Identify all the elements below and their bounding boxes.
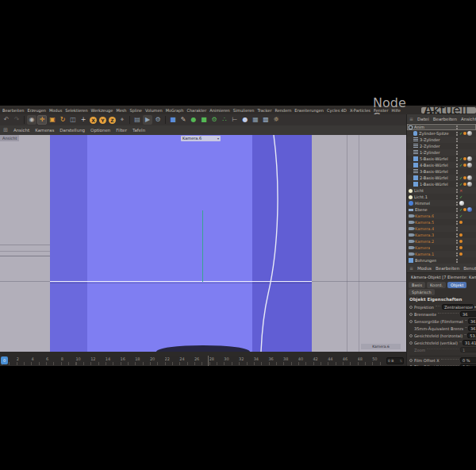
property-value-input[interactable]: 0 % <box>460 364 476 366</box>
keyframe-dot-icon[interactable] <box>463 157 466 160</box>
keyframe-dot-icon[interactable] <box>459 221 463 224</box>
visibility-dots[interactable] <box>456 138 458 142</box>
object-name[interactable]: 5-Basis-Würfel <box>420 156 448 161</box>
menu-item[interactable]: Mesh <box>116 108 126 113</box>
property-value-input[interactable]: 36 <box>460 311 476 317</box>
object-row[interactable]: Ebene ✓ ✕ <box>407 206 476 213</box>
visibility-dots[interactable] <box>456 151 458 155</box>
object-manager-menu-item[interactable]: Bearbeiten <box>433 117 457 121</box>
keyframe-dot-icon[interactable] <box>463 183 466 186</box>
object-name[interactable]: 1-Basis-Würfel <box>420 182 448 187</box>
object-name[interactable]: Licht.1 <box>414 195 428 199</box>
menu-item[interactable]: Modus <box>49 108 62 113</box>
menu-item[interactable]: Animieren <box>209 108 230 113</box>
add-cube-icon[interactable]: ■ <box>168 115 178 125</box>
object-row[interactable]: Kamera.5 ✓ ✕ <box>407 219 476 225</box>
menu-item[interactable]: Erzeugen <box>27 108 46 113</box>
object-name[interactable]: Kamera.6 <box>415 214 434 218</box>
object-row[interactable]: Licht ✓ ✕ <box>407 187 476 194</box>
render-settings-icon[interactable]: ⚙ <box>153 115 163 125</box>
3d-viewport[interactable]: Ansicht Kamera.6 ▾ Kamera.6 <box>0 135 406 352</box>
object-row[interactable]: Kamera.4 ✓ ✕ <box>407 225 476 232</box>
material-thumbnail[interactable] <box>467 175 472 180</box>
object-row[interactable]: Bohrungen ✓ ✕ <box>407 257 476 264</box>
menu-item[interactable]: Erweiterungen <box>294 108 324 113</box>
attribute-tab[interactable]: Koord. <box>427 282 446 288</box>
menu-item[interactable]: Volumen <box>145 108 163 113</box>
object-name[interactable]: Kamera.3 <box>415 233 434 237</box>
grid-icon[interactable]: ▦ <box>251 115 260 125</box>
object-name[interactable]: 3-Basis-Würfel <box>420 169 448 174</box>
object-name[interactable]: Anim <box>414 125 424 129</box>
object-name[interactable]: 4-Basis-Würfel <box>420 163 448 168</box>
viewport-grid-icon[interactable]: ⊞ <box>3 127 8 133</box>
rotate-tool-icon[interactable]: ↻ <box>58 115 67 125</box>
object-name[interactable]: Ebene <box>415 207 428 212</box>
attribute-tab[interactable]: Basis <box>409 282 425 288</box>
object-row[interactable]: 3-Zylinder ✓ ✕ <box>407 137 476 143</box>
live-selection-icon[interactable]: ◉ <box>27 115 36 125</box>
property-value-input[interactable]: 1 <box>460 347 476 352</box>
material-icon[interactable]: ● <box>240 115 250 125</box>
object-row[interactable]: Kamera.2 ✓ ✕ <box>407 238 476 245</box>
preview-range-marker[interactable] <box>208 356 209 366</box>
enabled-check-icon[interactable]: ✓ <box>459 194 463 200</box>
enabled-check-icon[interactable]: ✓ <box>459 162 463 168</box>
render-view-icon[interactable]: ▤ <box>132 115 142 125</box>
anim-dot-icon[interactable] <box>409 334 413 337</box>
viewport-menu-item[interactable]: Ansicht <box>13 128 29 133</box>
object-manager-menu-item[interactable]: Datei <box>417 117 429 121</box>
pen-tool-icon[interactable]: ✎ <box>178 115 188 125</box>
object-name[interactable]: 2-Zylinder <box>420 144 440 148</box>
mograph-icon[interactable]: ∴ <box>220 115 229 125</box>
object-row[interactable]: 4-Basis-Würfel ✓ ✕ <box>407 162 476 168</box>
object-row[interactable]: Zylinder-Spitze ✓ ✕ <box>407 130 476 137</box>
material-thumbnail[interactable] <box>467 182 472 187</box>
object-name[interactable]: Himmel <box>415 201 430 206</box>
material-thumbnail[interactable] <box>467 207 472 212</box>
camera-selector-dropdown[interactable]: Kamera.6 ▾ <box>181 136 221 141</box>
object-row[interactable]: 1-Zylinder ✓ ✕ <box>407 149 476 156</box>
object-name[interactable]: Licht <box>414 188 424 193</box>
property-value-input[interactable]: 36 <box>468 318 476 324</box>
keyframe-dot-icon[interactable] <box>463 208 466 211</box>
visibility-dots[interactable] <box>456 259 458 263</box>
menu-item[interactable]: Werkzeuge <box>91 108 113 113</box>
timeline-ruler[interactable]: 0246810121416182022242628303234363840424… <box>2 356 387 362</box>
viewport-menu-item[interactable]: Darstellung <box>60 128 85 133</box>
material-thumbnail[interactable] <box>467 156 472 161</box>
keyframe-dot-icon[interactable] <box>463 132 466 135</box>
object-row[interactable]: 5-Basis-Würfel ✓ ✕ <box>407 156 476 162</box>
panel-menu-icon[interactable]: ≡ <box>409 116 413 121</box>
frame-stepper-icon[interactable]: ⇅ <box>400 358 402 364</box>
bulb-icon[interactable]: ☼ <box>271 115 281 125</box>
visibility-dots[interactable] <box>456 144 458 148</box>
object-name[interactable]: 3-Zylinder <box>420 137 440 142</box>
viewport-layout-icon[interactable]: ◫ <box>68 115 78 125</box>
object-row[interactable]: 2-Zylinder ✓ ✕ <box>407 143 476 149</box>
object-row[interactable]: 2-Basis-Würfel ✓ ✕ <box>407 175 476 181</box>
menu-item[interactable]: MoGraph <box>166 108 184 113</box>
visibility-dots[interactable] <box>456 227 458 231</box>
menu-item[interactable]: X-Particles <box>350 108 370 113</box>
menu-item[interactable]: Rendern <box>274 108 291 113</box>
property-value-input[interactable]: 0 % <box>460 357 476 363</box>
subdivision-surface-icon[interactable]: ● <box>189 115 198 125</box>
redo-icon[interactable]: ↷ <box>12 115 21 125</box>
object-row[interactable]: 3-Basis-Würfel ✓ ✕ <box>407 168 476 175</box>
object-row[interactable]: 1-Basis-Würfel ✓ ✕ <box>407 181 476 187</box>
object-name[interactable]: Kamera <box>415 245 430 250</box>
visibility-dots[interactable] <box>456 170 458 174</box>
menu-item[interactable]: Cycles 4D <box>327 108 347 113</box>
keyframe-dot-icon[interactable] <box>463 164 466 167</box>
keyframe-dot-icon[interactable] <box>459 246 463 249</box>
keyframe-dot-icon[interactable] <box>459 240 463 243</box>
enabled-check-icon[interactable]: ✓ <box>459 175 463 181</box>
object-name[interactable]: Bohrungen <box>415 258 436 263</box>
keyframe-dot-icon[interactable] <box>459 252 463 256</box>
property-value-input[interactable]: Zentralperspektive <box>442 304 474 310</box>
attribute-manager-menu-item[interactable]: Benutzer <box>463 266 476 271</box>
generator-icon[interactable]: ⚙ <box>209 115 219 125</box>
enabled-check-icon[interactable]: ✓ <box>459 156 463 162</box>
object-row[interactable]: Himmel ✓ ✕ <box>407 200 476 206</box>
